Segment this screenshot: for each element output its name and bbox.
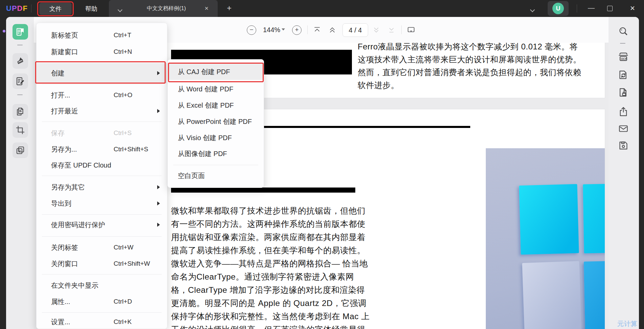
sidebar-divider xyxy=(17,94,23,95)
menu-separator xyxy=(42,274,162,275)
titlebar-divider xyxy=(31,4,31,13)
left-toolbar xyxy=(6,17,34,329)
maximize-button[interactable] xyxy=(607,6,613,11)
menu-item-label: 使用密码进行保护 xyxy=(51,217,105,233)
submenu-item-label: 从 Word 创建 PDF xyxy=(178,81,233,97)
logo-letter: P xyxy=(12,4,17,13)
notification-dot xyxy=(3,30,5,32)
menu-item-label: 属性... xyxy=(51,293,70,310)
comment-tool-button[interactable] xyxy=(13,53,28,69)
right-toolbar: OCR xyxy=(609,17,639,329)
minimize-button[interactable]: — xyxy=(586,3,596,14)
crop-icon xyxy=(15,125,25,135)
submenu-item-4[interactable]: 从 Visio 创建 PDF xyxy=(168,130,264,146)
submenu-item-5[interactable]: 从图像创建 PDF xyxy=(168,146,264,162)
avatar: U xyxy=(552,3,564,14)
menu-item-label: 保存至 UPDF Cloud xyxy=(51,157,111,173)
menu-item-4[interactable]: 打开最近 xyxy=(37,103,167,119)
document-text-line: 微软进入竞争——其特点是严格的网格拟合— 恰当地 xyxy=(171,257,369,270)
submenu-arrow-icon xyxy=(157,185,160,189)
toolbar-divider xyxy=(401,25,402,34)
annotation-box-create xyxy=(35,61,166,84)
menu-item-9[interactable]: 导出到 xyxy=(37,195,167,212)
ocr-icon[interactable]: OCR xyxy=(618,51,629,62)
submenu-item-6[interactable]: 空白页面 xyxy=(168,168,264,184)
menu-separator xyxy=(42,84,162,85)
menu-item-label: 设置... xyxy=(51,314,70,329)
menu-item-11[interactable]: 关闭标签Ctrl+W xyxy=(37,239,167,256)
mail-icon[interactable] xyxy=(618,123,629,134)
document-text-line: 保持字体的形状和完整性。这当然使考虑到在 Mac 上 xyxy=(171,310,369,323)
menu-item-6[interactable]: 另存为...Ctrl+Shift+S xyxy=(37,141,167,157)
menu-item-label: 另存为其它 xyxy=(51,179,85,195)
protect-icon[interactable] xyxy=(618,87,629,98)
menu-item-shortcut: Ctrl+D xyxy=(114,293,132,310)
document-text-line: 软件进步。 xyxy=(358,79,581,92)
presentation-icon[interactable] xyxy=(407,25,415,34)
menu-item-8[interactable]: 另存为其它 xyxy=(37,179,167,195)
submenu-item-2[interactable]: 从 Excel 创建 PDF xyxy=(168,97,264,113)
organize-pages-button[interactable] xyxy=(13,104,28,119)
submenu-item-1[interactable]: 从 Word 创建 PDF xyxy=(168,81,264,97)
menu-item-shortcut: Ctrl+N xyxy=(114,44,132,60)
document-tab[interactable]: 中文文档样例(1) ✕ xyxy=(109,0,218,17)
share-icon[interactable] xyxy=(618,106,629,117)
menu-item-14[interactable]: 属性...Ctrl+D xyxy=(37,293,167,310)
next-page-icon[interactable] xyxy=(372,25,381,34)
toolbar-divider xyxy=(307,25,308,34)
edit-tool-button[interactable] xyxy=(13,73,28,89)
submenu-item-label: 空白页面 xyxy=(178,168,205,184)
zoom-in-button[interactable]: + xyxy=(292,25,302,35)
zoom-dropdown-icon[interactable] xyxy=(282,28,285,30)
tab-dropdown-icon[interactable] xyxy=(118,7,122,13)
watermark: 元计算 xyxy=(617,320,638,328)
submenu-item-3[interactable]: 从 PowerPoint 创建 PDF xyxy=(168,113,264,130)
document-text-line: 格，ClearType 增加了沿字形边缘的对比度和渲染得 xyxy=(171,283,369,297)
search-icon[interactable] xyxy=(618,26,629,37)
highlighter-icon xyxy=(15,56,25,66)
menu-item-shortcut: Ctrl+T xyxy=(114,27,131,43)
menu-item-label: 关闭标签 xyxy=(51,239,78,256)
menu-item-label: 新建窗口 xyxy=(51,44,78,60)
menu-item-15[interactable]: 设置...Ctrl+K xyxy=(37,314,167,329)
previous-page-icon[interactable] xyxy=(328,25,337,34)
menu-item-12[interactable]: 关闭窗口Ctrl+Shift+W xyxy=(37,256,167,272)
submenu-item-label: 从 Visio 创建 PDF xyxy=(178,130,232,146)
logo-letter: U xyxy=(6,4,12,13)
document-text-line: 更清脆。明显不同的是 Apple 的 Quartz 2D，它强调 xyxy=(171,297,369,310)
menu-item-label: 打开最近 xyxy=(51,103,78,119)
account-button[interactable]: U xyxy=(548,1,569,16)
crop-tool-button[interactable] xyxy=(13,122,28,138)
menu-item-3[interactable]: 打开...Ctrl+O xyxy=(37,87,167,103)
menu-item-13[interactable]: 在文件夹中显示 xyxy=(37,277,167,293)
menu-item-10[interactable]: 使用密码进行保护 xyxy=(37,217,167,233)
last-page-icon[interactable] xyxy=(387,25,396,34)
close-window-button[interactable]: ✕ xyxy=(627,3,638,14)
page-indicator[interactable]: 4 / 4 xyxy=(342,23,368,37)
submenu-arrow-icon xyxy=(157,223,160,227)
reader-tool-button[interactable] xyxy=(13,24,28,40)
first-page-icon[interactable] xyxy=(313,25,321,34)
tab-close-icon[interactable]: ✕ xyxy=(203,5,210,12)
menu-item-1[interactable]: 新建窗口Ctrl+N xyxy=(37,44,167,60)
windows-tile-bottom-left xyxy=(522,261,581,329)
convert-icon[interactable] xyxy=(618,69,629,81)
zoom-out-button[interactable]: − xyxy=(247,25,256,35)
menu-item-shortcut: Ctrl+S xyxy=(114,125,132,141)
menu-item-label: 另存为... xyxy=(51,141,77,157)
new-tab-button[interactable]: + xyxy=(224,3,234,13)
menu-item-0[interactable]: 新标签页Ctrl+T xyxy=(37,27,167,43)
help-menu-button[interactable]: 帮助 xyxy=(81,3,101,15)
document-text-line: 有一些不同的方法。这两种操作系统的当前版本都使 xyxy=(171,217,369,231)
save-icon[interactable] xyxy=(618,140,629,151)
document-text-line: 提高了易读性操作系统，但在美学和每个的易读性。 xyxy=(171,244,369,257)
edit-document-icon xyxy=(15,76,25,86)
windows-tile-bottom-right xyxy=(583,260,605,329)
sidebar-divider xyxy=(620,43,625,44)
menu-item-shortcut: Ctrl+W xyxy=(114,239,134,256)
window-chevron-down-icon[interactable] xyxy=(531,7,534,13)
menu-separator xyxy=(42,236,162,237)
stamp-tool-button[interactable] xyxy=(13,142,28,158)
stamp-icon xyxy=(15,145,25,155)
menu-item-7[interactable]: 保存至 UPDF Cloud xyxy=(37,157,167,173)
